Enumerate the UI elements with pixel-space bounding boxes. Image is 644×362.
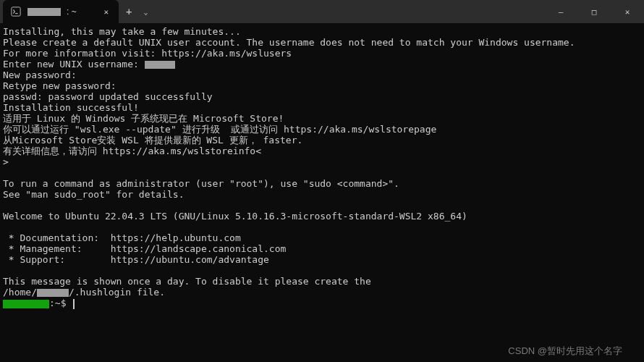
line: See "man sudo_root" for details. xyxy=(3,189,184,200)
line: * Support: https://ubuntu.com/advantage xyxy=(3,254,269,265)
line: 你可以通过运行 "wsl.exe --update" 进行升级 或通过访问 ht… xyxy=(3,124,436,135)
line: 适用于 Linux 的 Windows 子系统现已在 Microsoft Sto… xyxy=(3,113,284,124)
watermark: CSDN @暂时先用这个名字 xyxy=(508,345,622,358)
tab-title-redacted xyxy=(27,8,61,16)
line: Enter new UNIX username: xyxy=(3,59,145,70)
line: * Documentation: https://help.ubuntu.com xyxy=(3,232,241,243)
line: /home/ xyxy=(3,287,37,298)
maximize-button[interactable]: □ xyxy=(577,0,611,23)
prompt-user-redacted xyxy=(3,300,49,308)
line: Welcome to Ubuntu 22.04.3 LTS (GNU/Linux… xyxy=(3,211,467,222)
titlebar: : ~ ✕ + ⌄ — □ ✕ xyxy=(0,0,644,23)
line: Installation successful! xyxy=(3,102,139,113)
line: This message is shown once a day. To dis… xyxy=(3,276,371,287)
window-controls: — □ ✕ xyxy=(544,0,644,23)
line: Retype new password: xyxy=(3,80,116,91)
line: * Management: https://landscape.canonica… xyxy=(3,243,286,254)
line: New password: xyxy=(3,70,77,80)
cursor xyxy=(73,299,75,309)
line: Please create a default UNIX user accoun… xyxy=(3,37,575,48)
line: 有关详细信息，请访问 https://aka.ms/wslstoreinfo< xyxy=(3,146,261,156)
terminal-output[interactable]: Installing, this may take a few minutes.… xyxy=(0,23,644,312)
close-tab-button[interactable]: ✕ xyxy=(101,6,111,18)
terminal-icon xyxy=(10,6,22,17)
terminal-tab[interactable]: : ~ ✕ xyxy=(3,0,119,23)
line: /.hushlogin file. xyxy=(69,287,165,298)
new-tab-button[interactable]: + xyxy=(119,6,139,17)
line: To run a command as administrator (user … xyxy=(3,178,399,189)
tab-title: : ~ xyxy=(67,7,77,17)
line: For more information visit: https://aka.… xyxy=(3,48,292,59)
line: 从Microsoft Store安装 WSL 将提供最新的 WSL 更新， fa… xyxy=(3,135,302,146)
line: passwd: password updated successfully xyxy=(3,91,213,102)
tab-dropdown-button[interactable]: ⌄ xyxy=(139,8,152,16)
homedir-redacted xyxy=(37,289,69,297)
line: > xyxy=(3,156,9,167)
minimize-button[interactable]: — xyxy=(544,0,577,23)
prompt-path: :~$ xyxy=(49,298,72,308)
close-window-button[interactable]: ✕ xyxy=(611,0,644,23)
username-redacted xyxy=(145,61,175,69)
svg-rect-0 xyxy=(12,7,20,16)
line: Installing, this may take a few minutes.… xyxy=(3,26,241,37)
